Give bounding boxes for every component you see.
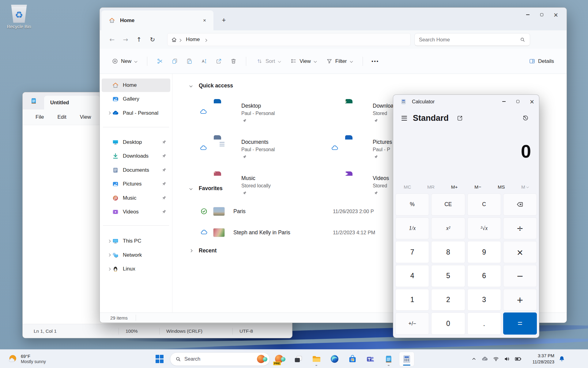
bing-copilot-icon[interactable]	[257, 354, 267, 364]
maximize-button[interactable]	[511, 96, 525, 107]
taskbar-icon-teams[interactable]	[363, 352, 378, 366]
search-icon[interactable]	[520, 37, 526, 43]
search-input[interactable]	[419, 37, 520, 43]
square-root-key[interactable]: ²√x	[467, 217, 501, 240]
digit-0-key[interactable]: 0	[431, 312, 465, 335]
backspace-key[interactable]	[503, 194, 537, 216]
volume-icon[interactable]	[502, 354, 511, 364]
sidebar-item-this-pc[interactable]: This PC	[102, 234, 170, 248]
taskbar-icon-microsoft-store[interactable]	[345, 352, 360, 366]
sidebar-item-home[interactable]: Home	[102, 79, 170, 92]
recent-header[interactable]: Recent	[190, 247, 217, 254]
sidebar-item-linux[interactable]: Linux	[102, 262, 170, 276]
copy-button[interactable]	[168, 55, 181, 67]
recycle-bin[interactable]: ♻ Recycle Bin	[4, 4, 34, 29]
sidebar-item-gallery[interactable]: Gallery	[102, 92, 170, 106]
filter-button[interactable]: Filter	[322, 55, 356, 67]
breadcrumb-home-icon[interactable]	[171, 37, 177, 43]
address-bar[interactable]: Home	[167, 33, 411, 46]
clear-entry-key[interactable]: CE	[431, 194, 465, 216]
sidebar-item-downloads[interactable]: Downloads	[102, 149, 170, 163]
forward-icon[interactable]: →	[119, 33, 132, 46]
quick-access-item-documents[interactable]: Documents Paul - Personal	[200, 136, 331, 172]
taskbar-icon-calculator[interactable]	[399, 352, 414, 366]
digit-9-key[interactable]: 9	[467, 241, 501, 263]
view-button[interactable]: View	[286, 55, 320, 67]
maximize-button[interactable]	[535, 9, 549, 21]
mode-title[interactable]: Standard	[413, 113, 449, 123]
rename-button[interactable]	[198, 55, 210, 67]
minimize-button[interactable]	[521, 9, 535, 21]
details-button[interactable]: Details	[525, 55, 559, 67]
sidebar-item-music[interactable]: Music	[102, 191, 170, 205]
memory-store-button[interactable]: MS	[490, 182, 513, 192]
decimal-key[interactable]: .	[467, 312, 501, 335]
share-button[interactable]	[212, 55, 225, 67]
sidebar-item-documents[interactable]: Documents	[102, 163, 170, 177]
equals-key[interactable]: =	[503, 312, 537, 335]
onedrive-tray-icon[interactable]	[480, 354, 489, 364]
favorites-header[interactable]: Favorites	[190, 185, 223, 192]
hidden-icons-chevron[interactable]	[469, 354, 478, 364]
taskbar-icon-file-explorer[interactable]	[309, 352, 324, 366]
reciprocal-key[interactable]: 1/x	[395, 217, 429, 240]
quick-access-item-desktop[interactable]: Desktop Paul - Personal	[200, 100, 331, 136]
multiply-key[interactable]: ×	[503, 241, 537, 263]
square-key[interactable]: x²	[431, 217, 465, 240]
close-button[interactable]: ×	[525, 96, 539, 107]
back-icon[interactable]: ←	[105, 33, 119, 46]
line-endings[interactable]: Windows (CRLF)	[160, 328, 232, 335]
quick-access-header[interactable]: Quick access	[190, 82, 233, 89]
explorer-tab-home[interactable]: Home ×	[101, 10, 213, 30]
negate-key[interactable]: +/−	[395, 312, 429, 335]
chevron-right-icon[interactable]	[205, 38, 207, 41]
expand-chevron-icon[interactable]	[107, 112, 111, 114]
menu-icon[interactable]	[398, 112, 410, 124]
memory-subtract-button[interactable]: M−	[466, 182, 490, 192]
keep-on-top-icon[interactable]	[454, 112, 466, 124]
paste-button[interactable]	[183, 55, 196, 67]
memory-recall-button[interactable]: MR	[419, 182, 443, 192]
sidebar-item-network[interactable]: Network	[102, 248, 170, 262]
sidebar-item-pictures[interactable]: Pictures	[102, 177, 170, 191]
memory-flyout-button[interactable]: M	[513, 182, 537, 192]
delete-button[interactable]	[227, 55, 240, 67]
refresh-icon[interactable]: ↻	[146, 33, 159, 46]
taskbar-search-box[interactable]	[170, 352, 270, 366]
sidebar-item-videos[interactable]: Videos	[102, 205, 170, 219]
clock[interactable]: 3:37 PM 11/28/2023	[528, 353, 554, 365]
memory-clear-button[interactable]: MC	[396, 182, 419, 192]
taskbar-icon-notepad[interactable]	[381, 352, 396, 366]
digit-1-key[interactable]: 1	[395, 289, 429, 311]
digit-8-key[interactable]: 8	[431, 241, 465, 263]
more-options-button[interactable]: •••	[369, 55, 382, 67]
expand-chevron-icon[interactable]	[107, 254, 111, 256]
expand-chevron-icon[interactable]	[107, 240, 111, 242]
digit-4-key[interactable]: 4	[395, 265, 429, 287]
taskbar-icon-copilot[interactable]: PRE	[273, 352, 288, 366]
zoom-level[interactable]: 100%	[119, 328, 159, 335]
taskbar-search-input[interactable]	[184, 356, 254, 362]
memory-add-button[interactable]: M+	[443, 182, 466, 192]
sort-button[interactable]: Sort	[252, 55, 285, 67]
up-icon[interactable]: ↑	[132, 33, 146, 46]
clear-key[interactable]: C	[467, 194, 501, 216]
add-key[interactable]: +	[503, 289, 537, 311]
notification-bell-icon[interactable]	[556, 353, 567, 365]
menu-file[interactable]: File	[29, 112, 50, 122]
cut-button[interactable]	[153, 55, 166, 67]
divide-key[interactable]: ÷	[503, 217, 537, 240]
start-button[interactable]	[152, 352, 167, 366]
breadcrumb-home[interactable]: Home	[183, 36, 203, 43]
menu-edit[interactable]: Edit	[51, 112, 72, 122]
battery-icon[interactable]	[513, 354, 522, 364]
menu-view[interactable]: View	[74, 112, 97, 122]
new-tab-button[interactable]: +	[219, 15, 229, 25]
digit-6-key[interactable]: 6	[467, 265, 501, 287]
digit-7-key[interactable]: 7	[395, 241, 429, 263]
digit-3-key[interactable]: 3	[467, 289, 501, 311]
percent-key[interactable]: %	[395, 194, 429, 216]
wifi-icon[interactable]	[491, 354, 500, 364]
taskbar-icon-edge[interactable]	[327, 352, 342, 366]
digit-5-key[interactable]: 5	[431, 265, 465, 287]
